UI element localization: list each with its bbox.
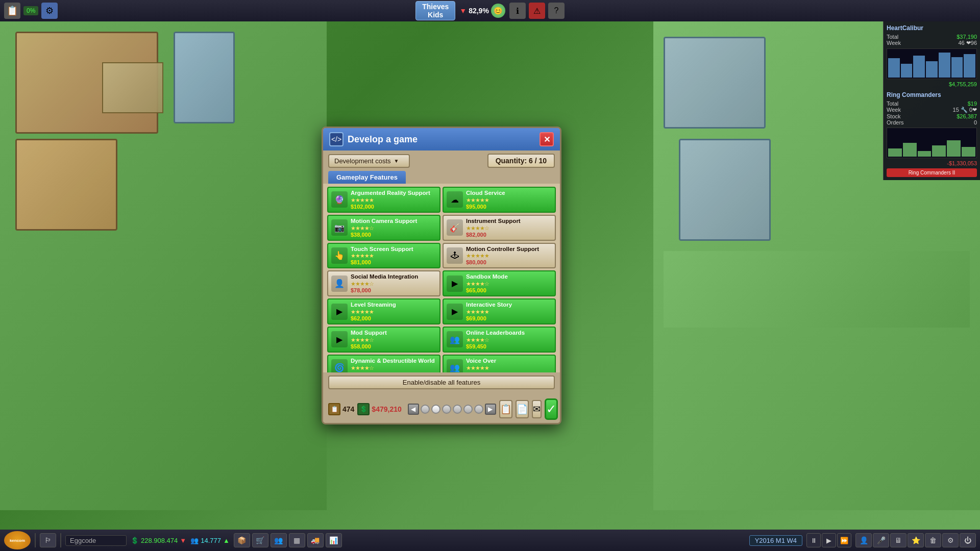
settings-icon[interactable]: ⚙ — [942, 533, 959, 547]
feature-name: Argumented Reality Support — [351, 190, 436, 197]
nav-dot-4[interactable] — [453, 405, 462, 414]
feature-cost: $52,000 — [466, 371, 552, 372]
chevron-down-icon: ▼ — [394, 158, 399, 164]
feature-info: Level Streaming ★★★★★ $62,000 — [351, 302, 436, 321]
feature-name: Social Media Integration — [351, 273, 436, 281]
panel2-title: Ring Commanders — [887, 91, 977, 98]
feature-cost: $82,000 — [466, 232, 552, 238]
feature-social-media[interactable]: 👤 Social Media Integration ★★★★☆ $78,000 — [327, 270, 440, 296]
nav-dot-6[interactable] — [474, 405, 483, 414]
feature-name: Motion Controller Support — [466, 246, 552, 253]
nav-prev-button[interactable]: ◀ — [408, 404, 419, 415]
nav-next-button[interactable]: ▶ — [485, 404, 496, 415]
feature-icon: 📷 — [331, 219, 348, 236]
feature-stars: ★★★★★ — [466, 365, 552, 371]
dialog-overlay: </> Develop a game ✕ Development costs ▼… — [0, 0, 883, 551]
feature-icon: 🕹 — [447, 247, 463, 264]
feature-stars: ★★★★★ — [351, 253, 436, 259]
close-button[interactable]: ✕ — [540, 132, 554, 146]
feature-cost: $55,000 — [351, 371, 436, 372]
feature-level-streaming[interactable]: ▶ Level Streaming ★★★★★ $62,000 — [327, 298, 440, 324]
development-costs-dropdown[interactable]: Development costs ▼ — [328, 154, 410, 168]
feature-name: Sandbox Mode — [466, 273, 552, 281]
panel2-chart — [887, 128, 977, 158]
dialog-title: Develop a game — [348, 134, 540, 145]
feature-info: Sandbox Mode ★★★★☆ $65,000 — [466, 273, 552, 293]
feature-info: Touch Screen Support ★★★★★ $81,000 — [351, 246, 436, 266]
panel1-title: HeartCalibur — [887, 24, 977, 32]
feature-stars: ★★★★★ — [351, 197, 436, 204]
feature-stars: ★★★★☆ — [466, 337, 552, 343]
feature-destructible-world[interactable]: 🌀 Dynamic & Destructible World ★★★★☆ $55… — [327, 355, 440, 372]
feature-stars: ★★★★☆ — [466, 281, 552, 287]
money-icon: 💲 — [357, 403, 370, 415]
power-icon[interactable]: ⏻ — [960, 533, 976, 547]
feature-cost: $59,450 — [466, 343, 552, 349]
feature-motion-controller[interactable]: 🕹 Motion Controller Support ★★★★★ $80,00… — [443, 243, 556, 269]
panel2: Ring Commanders Total $19 Week 15 🔧 0❤ S… — [887, 91, 977, 166]
feature-cost: $81,000 — [351, 259, 436, 265]
feature-cost: $65,000 — [466, 287, 552, 293]
develop-game-dialog: </> Develop a game ✕ Development costs ▼… — [322, 127, 561, 424]
ring-commanders-badge: Ring Commanders II — [887, 168, 977, 177]
feature-icon: ▶ — [447, 276, 463, 292]
tab-bar: Gameplay Features — [323, 171, 560, 184]
dialog-title-bar: </> Develop a game ✕ — [323, 128, 560, 151]
feature-touch-screen[interactable]: 👆 Touch Screen Support ★★★★★ $81,000 — [327, 243, 440, 269]
feature-instrument[interactable]: 🎸 Instrument Support ★★★★☆ $82,000 — [443, 215, 556, 241]
feature-stars: ★★★★☆ — [351, 337, 436, 343]
feature-online-leaderboards[interactable]: 👥 Online Leaderboards ★★★★☆ $59,450 — [443, 327, 556, 353]
nav-dot-1[interactable] — [421, 405, 430, 414]
feature-argumented-reality[interactable]: 🔮 Argumented Reality Support ★★★★★ $102,… — [327, 187, 440, 213]
panel1-total: Total $37,190 — [887, 34, 977, 40]
points-value: 474 — [342, 405, 354, 413]
feature-motion-camera[interactable]: 📷 Motion Camera Support ★★★★☆ $38,000 — [327, 215, 440, 241]
feature-stars: ★★★★☆ — [351, 365, 436, 371]
document-button[interactable]: 📄 — [516, 400, 529, 418]
feature-info: Motion Camera Support ★★★★☆ $38,000 — [351, 218, 436, 238]
feature-cost: $102,000 — [351, 204, 436, 210]
confirm-button[interactable]: ✓ — [545, 398, 558, 420]
nav-dot-3[interactable] — [442, 405, 451, 414]
clipboard-button[interactable]: 📋 — [499, 400, 512, 418]
feature-cloud-service[interactable]: ☁ Cloud Service ★★★★★ $95,000 — [443, 187, 556, 213]
feature-icon: ▶ — [447, 304, 463, 320]
feature-cost: $58,000 — [351, 343, 436, 349]
enable-all-button[interactable]: Enable/disable all features — [328, 375, 555, 389]
feature-cost: $62,000 — [351, 315, 436, 321]
feature-mod-support[interactable]: ▶ Mod Support ★★★★☆ $58,000 — [327, 327, 440, 353]
feature-info: Motion Controller Support ★★★★★ $80,000 — [466, 246, 552, 266]
dialog-toolbar: Development costs ▼ Quantity: 6 / 10 — [323, 151, 560, 171]
dialog-footer: 📋 474 💲 $479,210 ◀ ▶ 📋 📄 ✉ ✓ — [323, 395, 560, 423]
feature-info: Cloud Service ★★★★★ $95,000 — [466, 190, 552, 210]
feature-voice-over[interactable]: 👥 Voice Over ★★★★★ $52,000 — [443, 355, 556, 372]
feature-icon: ☁ — [447, 191, 463, 208]
panel1-net: $4,755,259 — [887, 81, 977, 87]
panel2-stock: Stock $26,387 — [887, 113, 977, 119]
feature-stars: ★★★★★ — [466, 197, 552, 204]
feature-name: Interactive Story — [466, 302, 552, 309]
feature-icon: 👥 — [447, 331, 463, 347]
display-icon[interactable]: 🖥 — [890, 533, 906, 547]
trash-icon[interactable]: 🗑 — [925, 533, 941, 547]
feature-stars: ★★★★★ — [466, 253, 552, 259]
feature-stars: ★★★★★ — [351, 309, 436, 315]
feature-name: Touch Screen Support — [351, 246, 436, 253]
nav-dot-2[interactable] — [431, 405, 440, 414]
feature-sandbox[interactable]: ▶ Sandbox Mode ★★★★☆ $65,000 — [443, 270, 556, 296]
feature-stars: ★★★★☆ — [351, 225, 436, 232]
panel2-week: Week 15 🔧 0❤ — [887, 107, 977, 113]
star-icon[interactable]: ⭐ — [908, 533, 924, 547]
feature-info: Social Media Integration ★★★★☆ $78,000 — [351, 273, 436, 293]
mail-button[interactable]: ✉ — [532, 400, 542, 418]
feature-name: Instrument Support — [466, 218, 552, 225]
nav-dot-5[interactable] — [463, 405, 473, 414]
feature-cost: $80,000 — [466, 259, 552, 265]
gameplay-features-tab[interactable]: Gameplay Features — [328, 171, 406, 184]
feature-stars: ★★★★☆ — [351, 281, 436, 287]
feature-name: Cloud Service — [466, 190, 552, 197]
panel2-orders: Orders 0 — [887, 119, 977, 126]
panel2-total: Total $19 — [887, 101, 977, 107]
right-panel: HeartCalibur Total $37,190 Week 46 ❤96 $… — [883, 21, 980, 180]
feature-interactive-story[interactable]: ▶ Interactive Story ★★★★★ $69,000 — [443, 298, 556, 324]
